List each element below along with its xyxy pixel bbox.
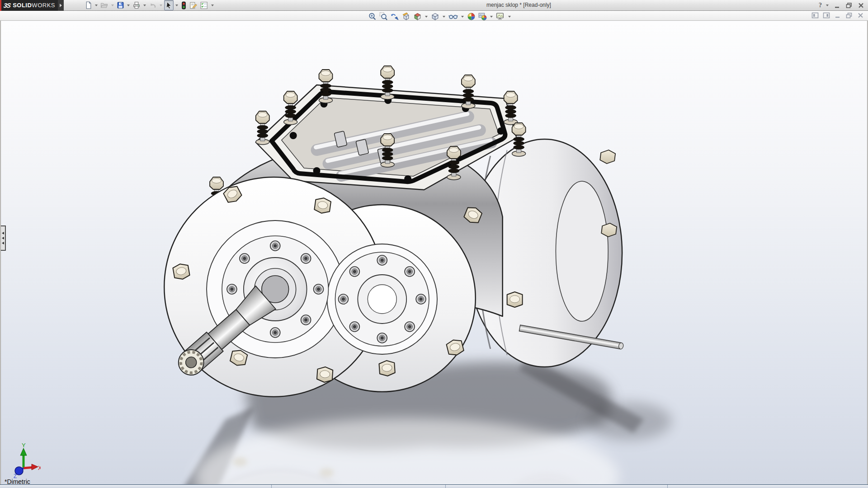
collapse-pane-left-icon — [811, 12, 819, 19]
display-style-dropdown-arrow[interactable] — [443, 16, 445, 18]
select-button[interactable] — [164, 0, 174, 10]
triad-z-label: Z — [14, 473, 17, 478]
screen-edge-strip — [0, 0, 1, 11]
file-properties-icon — [189, 1, 198, 9]
apply-scene-dropdown-arrow[interactable] — [490, 16, 493, 18]
apply-scene-button[interactable] — [477, 11, 488, 22]
close-icon — [858, 3, 864, 8]
view-settings-icon — [496, 12, 505, 21]
previous-view-icon — [391, 12, 399, 21]
collapse-pane-right-icon — [823, 12, 830, 19]
gearbox-model[interactable] — [164, 66, 624, 397]
section-view-icon — [402, 12, 410, 21]
hide-show-items-icon — [448, 12, 458, 21]
document-title: menjac sklop * [Read-only] — [486, 2, 551, 8]
undo-icon — [149, 1, 157, 9]
save-dropdown-arrow[interactable] — [127, 5, 130, 6]
output-hub-cover[interactable] — [335, 252, 429, 346]
close-button[interactable] — [856, 1, 865, 9]
collapse-pane-left-button[interactable] — [811, 12, 819, 19]
edit-appearance-icon — [467, 12, 476, 21]
view-orientation-button[interactable] — [412, 11, 423, 22]
solidworks-logo: 3S SOLIDWORKS — [0, 0, 58, 11]
zoom-to-area-button[interactable] — [378, 11, 389, 22]
collapse-arrow-icon — [2, 237, 4, 239]
view-settings-button[interactable] — [495, 11, 506, 22]
restore-icon — [846, 3, 852, 8]
zoom-to-fit-icon — [368, 12, 377, 21]
undo-dropdown-arrow[interactable] — [160, 5, 162, 6]
document-minimize-icon — [835, 13, 841, 18]
brand-text: SOLIDWORKS — [13, 2, 55, 9]
apply-scene-icon — [478, 12, 487, 21]
menu-expand-button[interactable] — [58, 0, 64, 11]
section-view-button[interactable] — [401, 11, 411, 22]
collapse-arrow-icon — [2, 232, 4, 235]
undo-button[interactable] — [148, 0, 158, 10]
minimize-icon — [835, 3, 840, 8]
document-window-controls — [811, 12, 864, 19]
view-orientation-icon — [413, 12, 422, 21]
triad-y-label: Y — [22, 442, 26, 449]
new-document-icon — [85, 1, 92, 9]
rebuild-traffic-light-icon — [181, 1, 187, 9]
help-button[interactable]: ? — [819, 2, 822, 9]
document-close-button[interactable] — [856, 12, 864, 19]
new-document-button[interactable] — [84, 0, 93, 10]
select-cursor-icon — [165, 1, 173, 9]
main-toolbar — [84, 0, 215, 11]
zoom-to-fit-button[interactable] — [367, 11, 377, 22]
print-dropdown-arrow[interactable] — [143, 5, 146, 6]
solidworks-window: 3S SOLIDWORKS — [0, 0, 868, 488]
status-divider — [445, 485, 446, 488]
status-divider — [271, 485, 272, 488]
hide-show-items-button[interactable] — [448, 11, 459, 22]
options-dropdown-arrow[interactable] — [211, 5, 214, 6]
titlebar-controls: ? — [819, 0, 865, 11]
graphics-area[interactable]: Y X Z *Dimetric — [0, 21, 868, 484]
menu-row — [0, 11, 868, 21]
select-dropdown-arrow[interactable] — [175, 5, 178, 6]
expand-arrow-icon — [60, 4, 62, 7]
new-dropdown-arrow[interactable] — [95, 5, 98, 6]
edit-appearance-button[interactable] — [466, 11, 476, 22]
restore-button[interactable] — [844, 1, 854, 9]
gearbox-model-canvas[interactable] — [1, 21, 867, 484]
triad-x-label: X — [38, 465, 41, 471]
reference-triad: Y X Z — [8, 442, 41, 478]
open-folder-icon — [100, 1, 108, 9]
file-properties-button[interactable] — [188, 0, 198, 11]
previous-view-button[interactable] — [390, 11, 400, 22]
feature-manager-collapsed-tab[interactable] — [1, 225, 6, 251]
print-icon — [132, 1, 141, 9]
help-dropdown-arrow[interactable] — [826, 5, 829, 6]
print-button[interactable] — [132, 0, 142, 10]
title-bar: 3S SOLIDWORKS — [0, 0, 868, 11]
collapse-arrow-icon — [2, 242, 4, 244]
hide-show-dropdown-arrow[interactable] — [461, 16, 464, 18]
document-close-icon — [858, 13, 863, 18]
save-button[interactable] — [116, 0, 125, 10]
display-style-icon — [431, 12, 439, 21]
view-orientation-label: *Dimetric — [5, 478, 30, 484]
status-bar — [0, 484, 868, 488]
zoom-to-area-icon — [379, 12, 388, 21]
view-orientation-dropdown-arrow[interactable] — [425, 16, 428, 18]
status-divider — [667, 485, 668, 488]
heads-up-view-toolbar — [367, 11, 512, 22]
save-icon — [117, 1, 124, 9]
display-style-button[interactable] — [430, 11, 440, 22]
open-button[interactable] — [99, 0, 109, 10]
rebuild-button[interactable] — [180, 0, 188, 11]
options-icon — [200, 1, 208, 9]
document-restore-icon — [846, 13, 852, 19]
minimize-button[interactable] — [833, 1, 842, 9]
options-button[interactable] — [199, 0, 209, 11]
open-dropdown-arrow[interactable] — [111, 5, 114, 6]
document-minimize-button[interactable] — [834, 12, 842, 19]
dassault-3ds-logo-icon: 3S — [3, 2, 11, 9]
view-settings-dropdown-arrow[interactable] — [508, 16, 511, 18]
document-restore-button[interactable] — [845, 12, 853, 19]
collapse-pane-right-button[interactable] — [822, 12, 830, 19]
